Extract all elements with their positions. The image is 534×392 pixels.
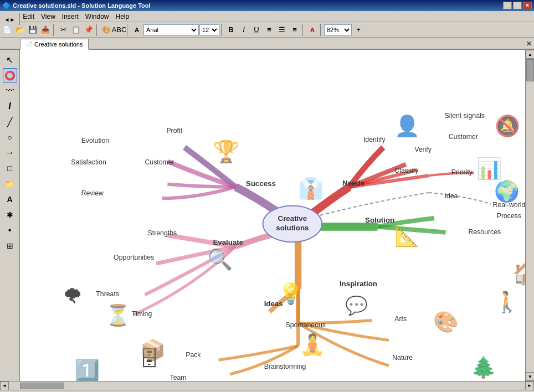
svg-text:Inspiration: Inspiration — [340, 280, 377, 288]
italic-button[interactable]: I — [238, 24, 250, 36]
spell-button[interactable]: ABC — [113, 24, 125, 36]
mindmap-svg: Creative solutions Success Profit Evolut… — [20, 50, 525, 381]
format-button[interactable]: 🎨 — [100, 24, 112, 36]
app-icon: 🔷 — [2, 2, 11, 9]
scroll-left-button[interactable]: ◄ — [0, 381, 9, 390]
circle-tool[interactable]: ○ — [3, 130, 17, 145]
svg-text:📊: 📊 — [476, 156, 502, 181]
star-tool[interactable]: ✱ — [3, 208, 17, 222]
bold-button[interactable]: B — [225, 24, 237, 36]
save-as-button[interactable]: 📥 — [39, 24, 52, 36]
save-button[interactable]: 💾 — [27, 24, 39, 36]
svg-text:Customer: Customer — [145, 158, 174, 166]
svg-text:Nature: Nature — [392, 354, 413, 362]
tab-label: Creative solutions — [34, 41, 83, 48]
svg-text:1️⃣: 1️⃣ — [74, 358, 100, 381]
size-selector[interactable]: 12 — [199, 24, 219, 35]
tab-creative-solutions[interactable]: 📄 Creative solutions — [20, 39, 89, 50]
svg-text:Resources: Resources — [469, 228, 501, 236]
paste-button[interactable]: 📌 — [83, 24, 95, 36]
menu-insert[interactable]: Insert — [59, 12, 82, 22]
svg-text:📦: 📦 — [140, 338, 166, 363]
svg-text:🎨: 🎨 — [433, 310, 459, 334]
scroll-track[interactable] — [526, 59, 534, 372]
svg-text:Verify: Verify — [414, 146, 432, 153]
svg-text:Solution: Solution — [365, 216, 394, 224]
toolbar-sep-1 — [53, 24, 55, 36]
underline-button[interactable]: U — [250, 24, 263, 36]
titlebar-controls: ─ □ ✕ — [503, 2, 532, 9]
svg-text:Creative: Creative — [278, 214, 307, 223]
font-selector[interactable]: Arial — [143, 24, 199, 35]
statusbar: Press Ctrl and drag to pan the map. — [0, 390, 534, 392]
svg-text:Threats: Threats — [96, 290, 119, 298]
toolbar-sep-4 — [221, 24, 223, 36]
pointer-tool[interactable]: ↖ — [3, 53, 17, 67]
align-right-button[interactable]: ≡ — [289, 24, 301, 36]
tab-close-button[interactable]: ✕ — [526, 40, 532, 48]
menubar: File Edit View Insert Window Help — [0, 11, 534, 22]
expand-tool[interactable]: ⊞ — [3, 239, 17, 253]
toolbar-sep-3 — [127, 24, 129, 36]
svg-text:🏠: 🏠 — [512, 261, 525, 286]
tab-nav-right[interactable]: ► — [10, 17, 16, 23]
tab-icon: 📄 — [26, 41, 33, 47]
svg-text:2️⃣: 2️⃣ — [42, 380, 68, 381]
scroll-thumb[interactable] — [526, 59, 534, 81]
font-color-button[interactable]: A — [306, 24, 319, 36]
folder-tool[interactable]: 📁 — [3, 177, 17, 191]
menu-view[interactable]: View — [38, 12, 59, 22]
svg-text:Review: Review — [81, 189, 104, 197]
scroll-up-button[interactable]: ▲ — [526, 50, 534, 59]
svg-text:Silent signals: Silent signals — [444, 112, 484, 120]
svg-text:Success: Success — [246, 179, 276, 188]
cut-button[interactable]: ✂ — [57, 24, 69, 36]
minimize-button[interactable]: ─ — [503, 2, 512, 9]
align-left-button[interactable]: ≡ — [263, 24, 275, 36]
tab-nav-left[interactable]: ◄ — [4, 17, 10, 23]
svg-text:🌍: 🌍 — [494, 179, 520, 204]
svg-text:🚶: 🚶 — [494, 290, 520, 314]
svg-text:📐: 📐 — [394, 223, 420, 248]
svg-text:Classify: Classify — [394, 167, 419, 174]
svg-text:solutions: solutions — [276, 224, 309, 232]
menu-help[interactable]: Help — [112, 12, 133, 22]
svg-text:🌲: 🌲 — [471, 355, 497, 380]
line-tool[interactable]: ╱ — [3, 115, 17, 129]
maximize-button[interactable]: □ — [513, 2, 522, 9]
text-tool[interactable]: A — [3, 192, 17, 207]
wave-tool[interactable]: 〰 — [3, 84, 17, 98]
rect-tool[interactable]: □ — [3, 161, 17, 176]
svg-text:💬: 💬 — [345, 295, 368, 317]
svg-text:🏆: 🏆 — [213, 138, 240, 164]
copy-button[interactable]: 📋 — [70, 24, 82, 36]
menu-window[interactable]: Window — [82, 12, 112, 22]
scroll-right-button[interactable]: ► — [525, 381, 534, 390]
tabbar: ◄ ► 📄 Creative solutions ✕ — [0, 38, 534, 50]
svg-text:Evaluate: Evaluate — [213, 238, 243, 246]
hscroll-thumb[interactable] — [20, 383, 64, 389]
zoom-selector[interactable]: 82% — [324, 24, 352, 35]
svg-text:Process: Process — [497, 212, 521, 220]
main-area: ↖ ⭕ 〰 I ╱ ○ → □ 📁 A ✱ • ⊞ — [0, 50, 534, 381]
italic-tool[interactable]: I — [3, 99, 17, 114]
svg-text:Idea: Idea — [444, 192, 458, 200]
align-center-button[interactable]: ☰ — [276, 24, 288, 36]
zoom-in-button[interactable]: + — [352, 24, 364, 36]
svg-text:Evolution: Evolution — [81, 137, 110, 145]
svg-text:Opportunities: Opportunities — [114, 254, 154, 261]
close-button[interactable]: ✕ — [523, 2, 532, 9]
menu-edit[interactable]: Edit — [19, 12, 38, 22]
svg-text:Identify: Identify — [363, 136, 386, 143]
scroll-down-button[interactable]: ▼ — [526, 372, 534, 381]
svg-text:👤: 👤 — [394, 114, 420, 138]
dot-tool[interactable]: • — [3, 223, 17, 238]
left-toolbar: ↖ ⭕ 〰 I ╱ ○ → □ 📁 A ✱ • ⊞ — [0, 50, 20, 381]
canvas-area: Creative solutions Success Profit Evolut… — [20, 50, 525, 381]
select-tool[interactable]: ⭕ — [3, 68, 17, 82]
hscroll-area: ◄ ► — [0, 381, 534, 390]
svg-text:💡: 💡 — [278, 281, 304, 306]
arrow-tool[interactable]: → — [3, 146, 17, 160]
svg-text:Needs: Needs — [342, 179, 364, 187]
svg-text:👔: 👔 — [298, 176, 324, 201]
